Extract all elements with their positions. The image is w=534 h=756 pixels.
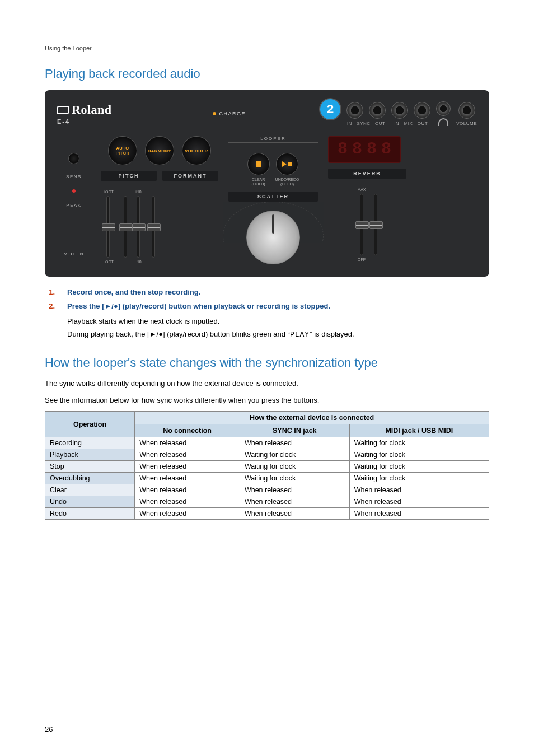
volume-label: VOLUME	[456, 121, 477, 126]
device-main-row: SENS PEAK MIC IN AUTO PITCH HARMONY VOCO…	[57, 136, 477, 264]
mix-label: IN—MIX—OUT	[394, 121, 428, 126]
peak-label: PEAK	[66, 203, 81, 208]
play-record-icon	[282, 161, 292, 167]
harmony-button: HARMONY	[145, 136, 174, 165]
stop-icon	[256, 161, 261, 167]
table-row: ClearWhen releasedWhen releasedWhen rele…	[45, 484, 489, 496]
callout-2: 2	[320, 99, 340, 119]
table-cell: When released	[135, 473, 240, 484]
headphone-jack-icon	[436, 101, 451, 116]
col-midi-usb: MIDI jack / USB MIDI	[349, 424, 489, 437]
looper-stop-button	[247, 153, 270, 175]
reverb-slider-b	[374, 188, 377, 262]
breadcrumb: Using the Looper	[45, 45, 489, 52]
heading-playing-back: Playing back recorded audio	[45, 67, 489, 81]
table-row: OverdubbingWhen releasedWaiting for cloc…	[45, 473, 489, 484]
table-cell: When released	[135, 449, 240, 461]
table-cell: When released	[349, 508, 489, 520]
table-cell: Clear	[45, 484, 135, 496]
reverb-slider-a: MAX OFF	[357, 188, 366, 262]
sync-label: IN—SYNC—OUT	[347, 121, 386, 126]
model-label: E-4	[57, 118, 111, 125]
sync-table: Operation How the external device is con…	[45, 411, 489, 520]
sens-label: SENS	[66, 174, 82, 179]
brand-block: Roland E-4	[57, 102, 111, 125]
table-cell: When released	[135, 484, 240, 496]
table-row: RecordingWhen releasedWhen releasedWaiti…	[45, 437, 489, 449]
table-cell: Waiting for clock	[349, 449, 489, 461]
table-cell: Recording	[45, 437, 135, 449]
rule	[45, 55, 489, 55]
table-cell: When released	[240, 508, 349, 520]
vocoder-button: VOCODER	[182, 136, 211, 165]
brand-text: Roland	[72, 102, 111, 117]
seg-digit-icon: 8	[336, 139, 349, 160]
play-icon: ►	[149, 330, 157, 338]
mix-in-jack-icon	[391, 102, 408, 119]
step-text: Press the [►/●] (play/record) button whe…	[67, 302, 330, 310]
headphone-icon	[438, 118, 448, 126]
body-line-2: During playing back, the [►/●] (play/rec…	[67, 329, 489, 340]
sens-column: SENS PEAK MIC IN	[57, 136, 91, 256]
scatter-knob-icon	[246, 211, 300, 264]
device-top-row: Roland E-4 CHARGE IN—SYNC—OUT	[57, 101, 477, 126]
table-row: RedoWhen releasedWhen releasedWhen relea…	[45, 508, 489, 520]
pitch-fine-slider	[124, 190, 127, 264]
table-cell: When released	[349, 496, 489, 508]
table-cell: When released	[135, 508, 240, 520]
device-illustration: 2 Roland E-4 CHARGE IN—SYNC—	[45, 90, 489, 277]
step-text: Record once, and then stop recording.	[67, 288, 200, 296]
segment-display: 8 8 8 8	[328, 136, 401, 163]
charge-label: CHARGE	[219, 111, 246, 116]
table-cell: Undo	[45, 496, 135, 508]
table-cell: When released	[135, 496, 240, 508]
mix-out-jack-icon	[414, 102, 430, 119]
sens-knob-icon	[68, 153, 79, 164]
sync-out-jack-icon	[369, 102, 386, 119]
page: Using the Looper Playing back recorded a…	[0, 0, 534, 756]
table-cell: Waiting for clock	[240, 473, 349, 484]
table-cell: Waiting for clock	[349, 473, 489, 484]
brand-logo: Roland	[57, 102, 111, 117]
table-cell: Playback	[45, 449, 135, 461]
looper-play-record-button	[276, 153, 298, 175]
table-cell: Stop	[45, 461, 135, 473]
col-no-connection: No connection	[135, 424, 240, 437]
charge-indicator: CHARGE	[213, 111, 246, 116]
para-2: See the information below for how sync w…	[45, 395, 489, 406]
mic-in-label: MIC IN	[64, 251, 85, 256]
table-cell: Waiting for clock	[240, 461, 349, 473]
roland-logo-icon	[57, 106, 69, 114]
table-row: StopWhen releasedWaiting for clockWaitin…	[45, 461, 489, 473]
record-icon: ●	[114, 302, 118, 310]
table-cell: When released	[240, 437, 349, 449]
heading-sync-state: How the looper's state changes with the …	[45, 356, 489, 370]
looper-header: LOOPER	[228, 136, 318, 143]
col-how-connected: How the external device is connected	[135, 412, 489, 424]
seg-digit-icon: 8	[365, 139, 378, 160]
play-icon: ►	[104, 302, 111, 310]
table-row: UndoWhen releasedWhen releasedWhen relea…	[45, 496, 489, 508]
scatter-panel-label: SCATTER	[228, 192, 318, 202]
sync-in-jack-icon	[346, 102, 363, 119]
body-line-1: Playback starts when the next clock is i…	[67, 316, 489, 327]
table-row: PlaybackWhen releasedWaiting for clockWa…	[45, 449, 489, 461]
seg-digit-icon: 8	[380, 139, 393, 160]
display-reverb-section: 8 8 8 8 REVERB MAX OFF	[328, 136, 406, 262]
table-cell: When released	[135, 437, 240, 449]
table-cell: Waiting for clock	[349, 437, 489, 449]
table-cell: Overdubbing	[45, 473, 135, 484]
table-cell: When released	[240, 484, 349, 496]
pitch-oct-slider: +OCT −OCT	[103, 190, 114, 264]
seg-digit-icon: 8	[350, 139, 364, 160]
peak-led-icon	[72, 189, 76, 193]
table-cell: Waiting for clock	[240, 449, 349, 461]
step-number: 2.	[45, 302, 55, 310]
col-operation: Operation	[45, 412, 135, 437]
step-1: 1. Record once, and then stop recording.	[45, 288, 489, 296]
looper-section: LOOPER CLEAR(HOLD) UNDO/REDO(HOLD) SCATT…	[228, 136, 318, 264]
table-cell: Waiting for clock	[349, 461, 489, 473]
pitch-panel-label: PITCH	[101, 171, 157, 181]
table-cell: Redo	[45, 508, 135, 520]
table-cell: When released	[349, 484, 489, 496]
